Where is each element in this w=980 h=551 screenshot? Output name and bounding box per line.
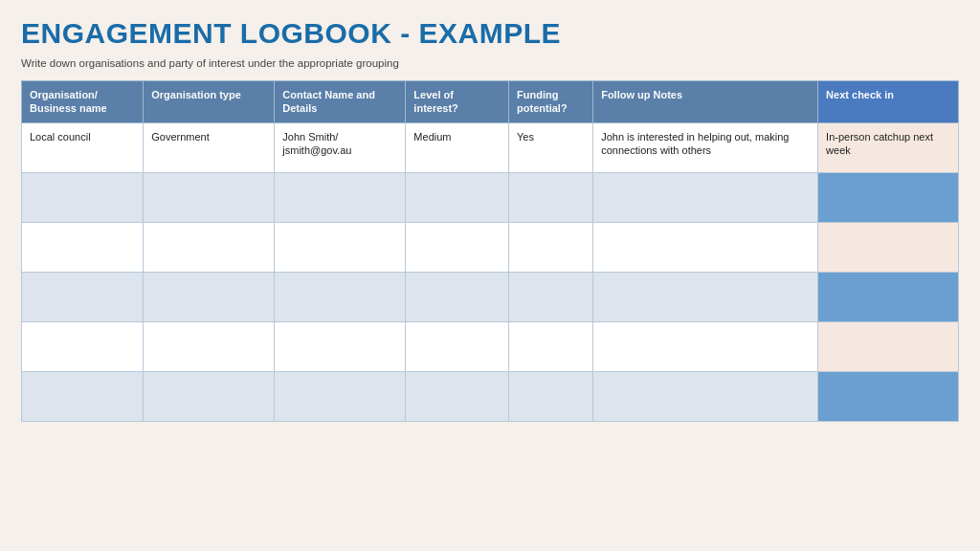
cell-funding-2 xyxy=(509,222,593,272)
cell-org-5 xyxy=(22,371,144,421)
cell-funding-0: Yes xyxy=(509,122,593,172)
page-title: ENGAGEMENT LOGBOOK - EXAMPLE xyxy=(21,17,959,50)
cell-followup-3 xyxy=(593,272,818,321)
cell-org-1 xyxy=(22,172,144,222)
cell-org-3 xyxy=(22,272,144,321)
cell-interest-4 xyxy=(406,321,509,371)
cell-funding-4 xyxy=(509,321,593,371)
cell-interest-5 xyxy=(406,371,509,421)
cell-orgtype-1 xyxy=(144,172,275,222)
cell-contact-3 xyxy=(275,272,406,321)
cell-org-0: Local council xyxy=(22,122,144,172)
cell-contact-1 xyxy=(275,172,406,222)
header-checkin: Next check in xyxy=(818,81,959,123)
cell-interest-1 xyxy=(406,172,509,222)
table-row: Local councilGovernmentJohn Smith/ jsmit… xyxy=(22,122,959,172)
cell-orgtype-5 xyxy=(144,371,275,421)
cell-contact-4 xyxy=(275,321,406,371)
cell-funding-3 xyxy=(509,272,593,321)
cell-orgtype-0: Government xyxy=(144,122,275,172)
cell-followup-4 xyxy=(593,321,818,371)
cell-interest-2 xyxy=(406,222,509,272)
header-org: Organisation/ Business name xyxy=(22,81,144,123)
table-header-row: Organisation/ Business name Organisation… xyxy=(22,81,959,123)
table-row xyxy=(22,371,959,421)
cell-interest-0: Medium xyxy=(406,122,509,172)
cell-followup-1 xyxy=(593,172,818,222)
cell-orgtype-3 xyxy=(144,272,275,321)
cell-checkin-0: In-person catchup next week xyxy=(818,122,959,172)
cell-checkin-2 xyxy=(818,222,959,272)
header-followup: Follow up Notes xyxy=(593,81,818,123)
cell-contact-0: John Smith/ jsmith@gov.au xyxy=(275,122,406,172)
cell-checkin-5 xyxy=(818,371,959,421)
table-row xyxy=(22,222,959,272)
header-funding: Funding potential? xyxy=(509,81,593,123)
cell-followup-5 xyxy=(593,371,818,421)
engagement-table: Organisation/ Business name Organisation… xyxy=(21,80,959,422)
header-interest: Level of interest? xyxy=(406,81,509,123)
cell-funding-5 xyxy=(509,371,593,421)
cell-orgtype-2 xyxy=(144,222,275,272)
cell-contact-5 xyxy=(275,371,406,421)
cell-org-2 xyxy=(22,222,144,272)
cell-followup-0: John is interested in helping out, makin… xyxy=(593,122,818,172)
table-row xyxy=(22,272,959,321)
cell-contact-2 xyxy=(275,222,406,272)
cell-orgtype-4 xyxy=(144,321,275,371)
cell-followup-2 xyxy=(593,222,818,272)
table-row xyxy=(22,172,959,222)
cell-funding-1 xyxy=(509,172,593,222)
cell-org-4 xyxy=(22,321,144,371)
table-row xyxy=(22,321,959,371)
cell-checkin-4 xyxy=(818,321,959,371)
cell-checkin-1 xyxy=(818,172,959,222)
header-orgtype: Organisation type xyxy=(144,81,275,123)
subtitle: Write down organisations and party of in… xyxy=(21,57,959,69)
page: ENGAGEMENT LOGBOOK - EXAMPLE Write down … xyxy=(0,0,980,551)
cell-interest-3 xyxy=(406,272,509,321)
header-contact: Contact Name and Details xyxy=(275,81,406,123)
cell-checkin-3 xyxy=(818,272,959,321)
